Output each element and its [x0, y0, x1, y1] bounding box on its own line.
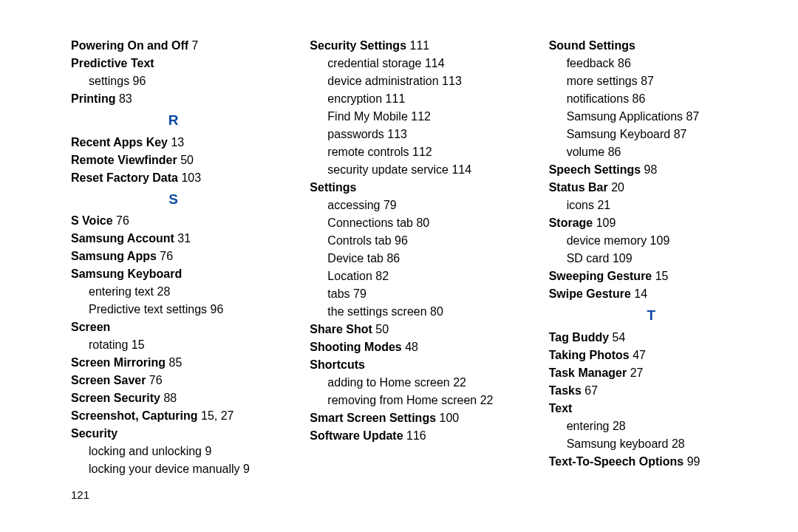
- entry-page: 111: [386, 92, 406, 105]
- entry-page: 47: [632, 349, 646, 361]
- sub-security-locking: locking and unlocking 9: [89, 443, 276, 460]
- entry-label: volume: [567, 146, 605, 158]
- sub-ss-find-my-mobile: Find My Mobile 112: [327, 108, 514, 126]
- sub-ss-device-administration: device administration 113: [327, 72, 514, 90]
- entry-label: tabs: [327, 287, 349, 300]
- index-page: Powering On and Off 7 Predictive Text se…: [0, 0, 798, 526]
- entry-page: 54: [613, 331, 626, 344]
- entry-page: 111: [409, 39, 429, 52]
- entry-software-update: Software Update 116: [310, 427, 514, 445]
- entry-tasks: Tasks 67: [549, 382, 754, 400]
- sub-st-connections-tab: Connections tab 80: [327, 214, 514, 232]
- sub-txt-entering: entering 28: [567, 417, 754, 435]
- entry-page: 22: [453, 376, 466, 389]
- entry-label: S Voice: [71, 214, 113, 227]
- entry-label: notifications: [567, 92, 630, 105]
- entry-printing: Printing 83: [71, 90, 276, 108]
- entry-label: Status Bar: [549, 181, 608, 194]
- entry-page: 31: [177, 232, 191, 245]
- entry-label: remote controls: [327, 146, 409, 158]
- entry-reset-factory-data: Reset Factory Data 103: [71, 169, 276, 187]
- entry-samsung-keyboard: Samsung Keyboard: [71, 265, 276, 283]
- entry-label: entering: [567, 420, 610, 432]
- entry-label: Shortcuts: [310, 358, 365, 371]
- entry-label: Text: [549, 402, 573, 415]
- entry-remote-viewfinder: Remote Viewfinder 50: [71, 151, 276, 169]
- entry-page: 22: [480, 394, 494, 406]
- entry-speech-settings: Speech Settings 98: [549, 161, 754, 179]
- entry-page: 76: [149, 374, 163, 386]
- entry-tag-buddy: Tag Buddy 54: [549, 329, 754, 347]
- entry-label: Sound Settings: [549, 39, 635, 52]
- sub-snd-volume: volume 86: [567, 143, 754, 161]
- entry-page: 79: [383, 199, 397, 211]
- entry-label: Controls tab: [327, 234, 391, 247]
- entry-label: Remote Viewfinder: [71, 154, 177, 166]
- sub-st-location: Location 82: [327, 267, 514, 285]
- entry-label: Samsung keyboard: [567, 437, 669, 450]
- entry-security-settings: Security Settings 111: [310, 37, 514, 55]
- entry-page: 28: [157, 285, 171, 298]
- sub-st-settings-screen: the settings screen 80: [327, 303, 514, 321]
- sub-sk-predictive: Predictive text settings 96: [89, 301, 276, 318]
- entry-page: 50: [375, 323, 389, 335]
- entry-page: 82: [375, 270, 389, 282]
- entry-task-manager: Task Manager 27: [549, 364, 754, 382]
- entry-swipe-gesture: Swipe Gesture 14: [549, 285, 754, 303]
- entry-page: 76: [116, 214, 129, 227]
- entry-page: 103: [181, 171, 201, 184]
- sub-ss-encryption: encryption 111: [327, 90, 514, 108]
- entry-label: Screen Saver: [71, 374, 146, 386]
- entry-page: 88: [163, 392, 177, 404]
- entry-page: 86: [632, 92, 646, 105]
- entry-label: credential storage: [327, 57, 421, 69]
- entry-powering-on-off: Powering On and Off 7: [71, 37, 276, 55]
- entry-page: 113: [442, 75, 462, 87]
- entry-label: device administration: [327, 75, 438, 87]
- entry-security: Security: [71, 425, 276, 443]
- entry-label: adding to Home screen: [327, 376, 449, 389]
- entry-label: Screen Mirroring: [71, 356, 166, 369]
- entry-status-bar: Status Bar 20: [549, 179, 754, 197]
- entry-label: Samsung Applications: [567, 110, 683, 123]
- entry-page: 109: [613, 252, 632, 265]
- entry-screen-mirroring: Screen Mirroring 85: [71, 354, 276, 372]
- entry-label: Printing: [71, 92, 115, 105]
- entry-label: more settings: [567, 75, 638, 87]
- entry-recent-apps-key: Recent Apps Key 13: [71, 134, 276, 151]
- index-letter-r: R: [71, 110, 276, 132]
- entry-shooting-modes: Shooting Modes 48: [310, 338, 514, 356]
- sub-sh-removing: removing from Home screen 22: [327, 392, 514, 409]
- entry-page: 96: [211, 303, 224, 316]
- entry-sweeping-gesture: Sweeping Gesture 15: [549, 267, 754, 285]
- entry-label: Screen Security: [71, 392, 160, 404]
- entry-page: 113: [387, 128, 407, 140]
- entry-label: Find My Mobile: [327, 110, 407, 123]
- index-letter-s: S: [71, 189, 276, 211]
- entry-page: 86: [386, 252, 400, 265]
- entry-share-shot: Share Shot 50: [310, 321, 514, 338]
- entry-settings: Settings: [310, 179, 514, 197]
- entry-label: Text-To-Speech Options: [549, 455, 684, 468]
- sub-ss-security-update: security update service 114: [327, 161, 514, 179]
- entry-page: 112: [412, 146, 432, 158]
- entry-page: 9: [243, 463, 250, 475]
- entry-page: 96: [395, 234, 408, 247]
- entry-label: encryption: [327, 92, 382, 105]
- entry-page: 27: [630, 366, 644, 379]
- entry-label: Samsung Account: [71, 232, 174, 245]
- entry-page: 28: [672, 437, 685, 450]
- entry-page: 87: [674, 128, 687, 140]
- entry-samsung-account: Samsung Account 31: [71, 230, 276, 248]
- entry-taking-photos: Taking Photos 47: [549, 347, 754, 364]
- entry-label: Powering On and Off: [71, 39, 188, 52]
- entry-page: 116: [406, 429, 426, 442]
- entry-page: 28: [613, 420, 626, 432]
- entry-page: 87: [641, 75, 654, 87]
- entry-page: 15: [132, 338, 145, 351]
- entry-label: Samsung Apps: [71, 250, 157, 262]
- entry-page: 86: [608, 146, 621, 158]
- entry-page: 21: [597, 199, 610, 211]
- entry-label: Samsung Keyboard: [567, 128, 671, 140]
- entry-label: Samsung Keyboard: [71, 267, 182, 280]
